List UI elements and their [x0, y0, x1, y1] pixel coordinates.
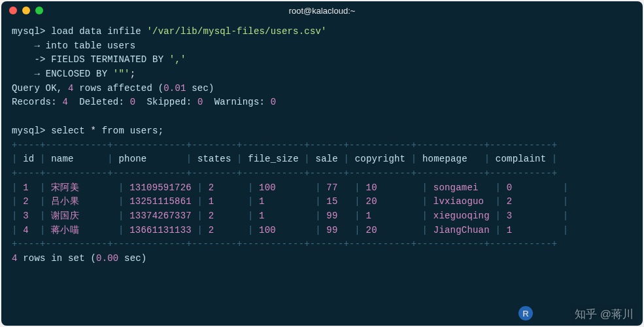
- result-text: Query OK,: [12, 83, 68, 94]
- result-num: 0: [130, 97, 136, 107]
- table-cell: 1: [360, 211, 422, 221]
- table-cell: 10: [360, 182, 422, 193]
- table-cell: 3: [18, 211, 40, 221]
- table-border: +----+-----------+-------------+--------…: [12, 140, 557, 150]
- cmd-text: from users;: [96, 126, 163, 136]
- result-num: 4: [68, 83, 74, 94]
- table-cell: JiangChuan: [428, 225, 495, 235]
- traffic-lights: [9, 7, 43, 14]
- continuation-arrow: →: [34, 41, 40, 51]
- footer-text: rows in set (: [18, 253, 96, 264]
- result-text: Records:: [12, 97, 62, 107]
- table-cell: 0: [501, 182, 563, 193]
- title-bar: root@kalacloud:~: [1, 1, 643, 20]
- table-cell: 99: [321, 211, 355, 221]
- cmd-text: into table users: [46, 41, 136, 51]
- table-cell: 1: [501, 225, 563, 235]
- cmd-semicolon: ;: [130, 69, 136, 79]
- table-cell: 20: [360, 196, 422, 207]
- table-cell: 2: [501, 196, 563, 207]
- table-cell: 宋阿美: [46, 182, 118, 193]
- table-cell: 2: [203, 182, 248, 193]
- mysql-prompt: mysql>: [12, 26, 46, 37]
- logo-icon: R: [518, 306, 533, 320]
- result-text: Warnings:: [203, 97, 271, 107]
- result-num: 4: [62, 97, 68, 107]
- cmd-text: select: [51, 126, 90, 136]
- table-cell: 20: [360, 225, 422, 235]
- table-cell: 15: [321, 196, 355, 207]
- table-cell: 蒋小喵: [46, 225, 118, 235]
- cmd-text: FIELDS TERMINATED BY: [51, 54, 169, 65]
- table-cell: states: [192, 154, 237, 164]
- table-cell: 99: [321, 225, 355, 235]
- close-icon[interactable]: [9, 7, 17, 14]
- table-cell: copyright: [349, 154, 411, 164]
- footer-num: 4: [12, 253, 18, 264]
- table-cell: 77: [321, 182, 355, 193]
- mysql-prompt: mysql>: [12, 126, 46, 136]
- table-cell: phone: [113, 154, 186, 164]
- table-cell: 13251115861: [124, 196, 197, 207]
- table-cell: lvxiaoguo: [428, 196, 495, 207]
- table-border: +----+-----------+-------------+--------…: [12, 168, 557, 179]
- cmd-text: ENCLOSED BY: [46, 69, 113, 79]
- cmd-string: '"': [113, 69, 130, 79]
- table-cell: 100: [254, 225, 316, 235]
- result-text: Deleted:: [68, 97, 130, 107]
- terminal-body[interactable]: mysql> load data infile '/var/lib/mysql-…: [1, 20, 643, 271]
- cmd-star: *: [90, 126, 96, 136]
- terminal-window: root@kalacloud:~ mysql> load data infile…: [1, 1, 643, 326]
- table-cell: xieguoqing: [428, 211, 495, 221]
- result-table: +----+-----------+-------------+--------…: [12, 140, 568, 250]
- window-title: root@kalacloud:~: [1, 6, 643, 16]
- table-cell: 2: [203, 211, 248, 221]
- cmd-string: ',': [169, 54, 186, 65]
- result-num: 0: [197, 97, 203, 107]
- result-text: Skipped:: [135, 97, 197, 107]
- table-cell: 13109591726: [124, 182, 197, 193]
- table-cell: 100: [254, 182, 316, 193]
- result-num: 0: [271, 97, 277, 107]
- minimize-icon[interactable]: [22, 7, 30, 14]
- table-cell: 2: [203, 225, 248, 235]
- table-cell: id: [18, 154, 40, 164]
- table-cell: 13374267337: [124, 211, 197, 221]
- table-cell: 谢国庆: [46, 211, 118, 221]
- table-cell: 1: [254, 196, 316, 207]
- table-cell: 吕小果: [46, 196, 118, 207]
- table-cell: file_size: [243, 154, 305, 164]
- continuation: ->: [34, 54, 45, 65]
- table-cell: 1: [18, 182, 40, 193]
- cmd-text: load data infile: [51, 26, 146, 37]
- table-cell: 13661131133: [124, 225, 197, 235]
- table-cell: 3: [501, 211, 563, 221]
- cmd-string: '/var/lib/mysql-files/users.csv': [146, 26, 326, 37]
- table-cell: 1: [254, 211, 316, 221]
- table-cell: 1: [203, 196, 248, 207]
- table-cell: 4: [18, 225, 40, 235]
- table-border: +----+-----------+-------------+--------…: [12, 239, 557, 249]
- continuation-arrow: →: [34, 69, 40, 79]
- table-cell: 2: [18, 196, 40, 207]
- table-cell: sale: [310, 154, 344, 164]
- table-cell: homepage: [416, 154, 484, 164]
- watermark: 知乎 @蒋川: [575, 307, 634, 322]
- result-num: 0.01: [163, 83, 186, 94]
- result-text: sec): [186, 83, 214, 94]
- table-cell: name: [46, 154, 108, 164]
- table-cell: complaint: [490, 154, 552, 164]
- footer-text: sec): [118, 253, 146, 264]
- footer-num: 0.00: [96, 253, 118, 264]
- maximize-icon[interactable]: [35, 7, 43, 14]
- result-text: rows affected (: [74, 83, 164, 94]
- table-cell: songamei: [428, 182, 495, 193]
